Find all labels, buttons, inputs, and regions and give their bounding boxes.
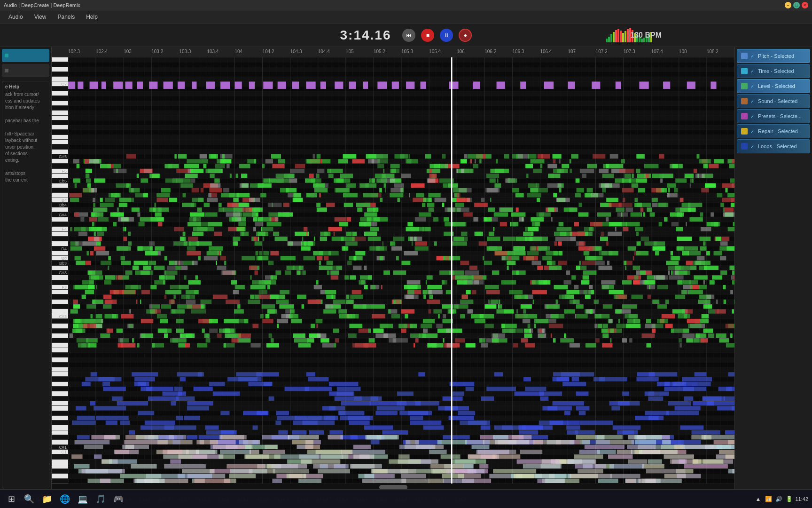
piano-key-28[interactable] — [52, 193, 68, 198]
piano-key-52[interactable] — [52, 309, 68, 314]
piano-key-64[interactable] — [52, 367, 68, 372]
piano-key-48[interactable] — [52, 290, 68, 294]
piano-key-61[interactable] — [52, 353, 68, 357]
maximize-button[interactable]: □ — [793, 2, 800, 8]
search-button[interactable]: 🔍 — [22, 492, 37, 507]
piano-key-82[interactable] — [52, 454, 68, 459]
piano-key-18[interactable] — [52, 144, 68, 149]
piano-key-17[interactable] — [52, 140, 68, 144]
piano-key-74[interactable] — [52, 416, 68, 421]
piano-key-57[interactable] — [52, 333, 68, 338]
piano-key-14[interactable] — [52, 125, 68, 130]
taskbar-arrow[interactable]: ▲ — [754, 495, 762, 503]
piano-key-51[interactable] — [52, 304, 68, 309]
menu-item-help[interactable]: Help — [81, 12, 102, 22]
piano-key-3[interactable] — [52, 72, 68, 77]
piano-key-67[interactable] — [52, 382, 68, 387]
piano-key-54[interactable] — [52, 319, 68, 324]
piano-key-60[interactable] — [52, 348, 68, 353]
piano-key-0[interactable] — [52, 57, 68, 62]
music-button[interactable]: 🎵 — [93, 492, 108, 507]
menu-item-view[interactable]: View — [30, 12, 51, 22]
right-panel-btn-loops[interactable]: ✓Loops - Selected — [737, 139, 810, 153]
piano-key-78[interactable] — [52, 435, 68, 440]
piano-key-31[interactable] — [52, 207, 68, 212]
record-button[interactable]: ● — [459, 29, 472, 42]
piano-key-58[interactable] — [52, 338, 68, 343]
piano-key-73[interactable] — [52, 411, 68, 416]
piano-key-12[interactable] — [52, 116, 68, 120]
piano-key-43[interactable] — [52, 266, 68, 270]
piano-key-63[interactable] — [52, 363, 68, 367]
piano-key-62[interactable] — [52, 357, 68, 362]
menu-item-panels[interactable]: Panels — [53, 12, 80, 22]
back-button[interactable]: ⏮ — [402, 29, 415, 42]
right-panel-btn-repair[interactable]: ✓Repair - Selected — [737, 124, 810, 138]
piano-key-11[interactable] — [52, 111, 68, 115]
piano-key-46[interactable] — [52, 280, 68, 285]
taskbar-network[interactable]: 📶 — [764, 495, 773, 503]
piano-key-10[interactable] — [52, 106, 68, 111]
menu-item-audio[interactable]: Audio — [4, 12, 28, 22]
right-panel-btn-presets[interactable]: ✓Presets - Selecte... — [737, 109, 810, 123]
sidebar-track-2[interactable] — [2, 64, 49, 77]
piano-key-66[interactable] — [52, 377, 68, 382]
piano-key-21[interactable] — [52, 159, 68, 164]
right-panel-btn-level[interactable]: ✓Level - Selected — [737, 79, 810, 93]
scroll-thumb[interactable] — [379, 485, 407, 490]
right-panel-btn-sound[interactable]: ✓Sound - Selected — [737, 94, 810, 108]
piano-key-49[interactable] — [52, 294, 68, 299]
piano-key-68[interactable] — [52, 387, 68, 391]
piano-key-86[interactable] — [52, 474, 68, 478]
file-explorer-button[interactable]: 📁 — [39, 492, 55, 507]
taskbar-sound[interactable]: 🔊 — [774, 495, 783, 503]
piano-key-13[interactable] — [52, 120, 68, 125]
piano-key-40[interactable] — [52, 251, 68, 256]
piano-key-84[interactable] — [52, 464, 68, 469]
piano-key-2[interactable] — [52, 67, 68, 72]
piano-key-87[interactable] — [52, 479, 68, 484]
piano-key-69[interactable] — [52, 391, 68, 396]
pause-button[interactable]: ⏸ — [440, 29, 453, 42]
piano-key-1[interactable] — [52, 62, 68, 67]
piano-key-26[interactable] — [52, 183, 68, 188]
piano-key-36[interactable] — [52, 232, 68, 237]
piano-key-79[interactable] — [52, 440, 68, 444]
piano-key-75[interactable] — [52, 421, 68, 425]
game-button[interactable]: 🎮 — [111, 492, 126, 507]
browser-button[interactable]: 🌐 — [57, 492, 72, 507]
piano-key-33[interactable] — [52, 217, 68, 222]
piano-key-85[interactable] — [52, 469, 68, 474]
piano-key-34[interactable] — [52, 222, 68, 227]
piano-key-50[interactable] — [52, 300, 68, 304]
piano-key-9[interactable] — [52, 101, 68, 106]
piano-key-56[interactable] — [52, 329, 68, 333]
store-button[interactable]: 💻 — [75, 492, 90, 507]
piano-key-37[interactable] — [52, 237, 68, 241]
piano-key-22[interactable] — [52, 164, 68, 169]
piano-key-8[interactable] — [52, 96, 68, 101]
piano-key-72[interactable] — [52, 406, 68, 411]
start-button[interactable]: ⊞ — [4, 492, 19, 507]
sidebar-track-1[interactable] — [2, 49, 49, 62]
piano-key-55[interactable] — [52, 324, 68, 328]
note-grid[interactable] — [68, 57, 734, 484]
piano-key-15[interactable] — [52, 130, 68, 135]
piano-key-38[interactable] — [52, 241, 68, 246]
piano-key-24[interactable] — [52, 174, 68, 178]
stop-button[interactable]: ■ — [421, 29, 434, 42]
piano-key-71[interactable] — [52, 401, 68, 406]
piano-key-45[interactable] — [52, 275, 68, 280]
piano-key-6[interactable] — [52, 87, 68, 91]
piano-key-27[interactable] — [52, 188, 68, 193]
minimize-button[interactable]: − — [785, 2, 791, 8]
piano-key-76[interactable] — [52, 425, 68, 430]
piano-key-70[interactable] — [52, 397, 68, 401]
piano-key-65[interactable] — [52, 372, 68, 377]
piano-key-19[interactable] — [52, 150, 68, 154]
right-panel-btn-pitch[interactable]: ✓Pitch - Selected — [737, 49, 810, 63]
piano-key-7[interactable] — [52, 91, 68, 96]
piano-key-77[interactable] — [52, 430, 68, 435]
piano-key-16[interactable] — [52, 135, 68, 140]
close-button[interactable]: × — [802, 2, 808, 8]
